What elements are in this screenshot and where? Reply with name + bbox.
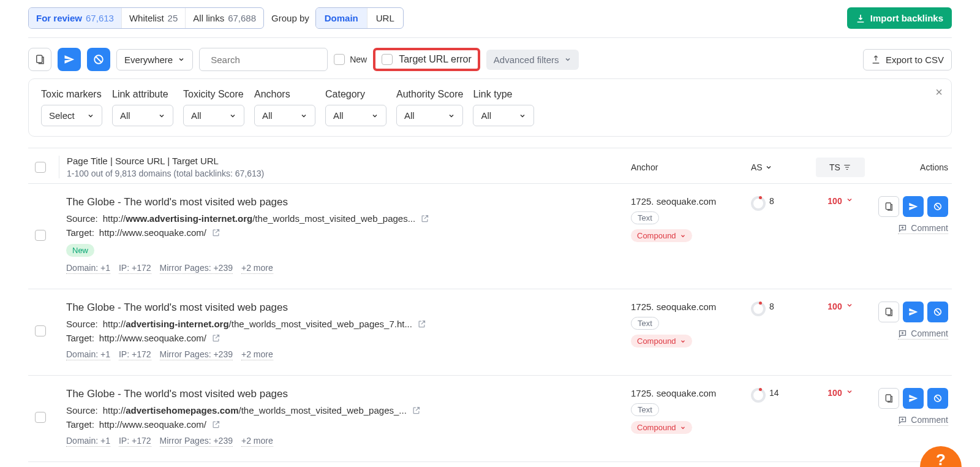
copy-icon-button[interactable] xyxy=(28,48,51,71)
row-checkbox[interactable] xyxy=(35,412,46,423)
table-row: The Globe - The world's most visited web… xyxy=(28,183,952,289)
anchor-compound-pill[interactable]: Compound xyxy=(631,335,692,347)
send-row-button[interactable] xyxy=(903,388,924,409)
send-icon-button[interactable] xyxy=(58,48,81,71)
copy-row-button[interactable] xyxy=(878,302,899,322)
send-row-button[interactable] xyxy=(903,302,924,322)
meta-item[interactable]: +2 more xyxy=(241,263,273,274)
anchor-text: 1725. seoquake.com xyxy=(631,196,741,207)
filter-select-toxicity_score[interactable]: All xyxy=(183,105,244,126)
meta-item[interactable]: IP: +172 xyxy=(119,349,151,360)
svg-rect-3 xyxy=(886,203,891,210)
filter-select-toxic_markers[interactable]: Select xyxy=(41,105,102,126)
export-csv-button[interactable]: Export to CSV xyxy=(863,49,952,70)
scope-select[interactable]: Everywhere xyxy=(116,49,193,70)
groupby-domain[interactable]: Domain xyxy=(316,8,368,28)
target-link[interactable]: http://www.seoquake.com/ xyxy=(99,419,206,430)
import-backlinks-button[interactable]: Import backlinks xyxy=(847,7,952,29)
meta-item[interactable]: +2 more xyxy=(241,436,273,447)
filter-select-link_attribute[interactable]: All xyxy=(112,105,173,126)
meta-item[interactable]: Domain: +1 xyxy=(66,349,110,360)
external-link-icon[interactable] xyxy=(211,228,221,237)
external-link-icon[interactable] xyxy=(412,406,421,415)
chevron-down-icon xyxy=(846,302,853,309)
source-link[interactable]: http://advertising-internet.org/the_worl… xyxy=(103,319,412,329)
target-link[interactable]: http://www.seoquake.com/ xyxy=(99,227,206,238)
filter-label-category: Category xyxy=(325,89,386,100)
row-title: The Globe - The world's most visited web… xyxy=(66,302,621,314)
row-checkbox[interactable] xyxy=(35,230,46,241)
block-icon-button[interactable] xyxy=(87,48,110,71)
comment-button[interactable]: Comment xyxy=(898,415,948,426)
col-as[interactable]: AS xyxy=(751,162,806,172)
tab-all-links[interactable]: All links 67,688 xyxy=(186,8,263,28)
meta-item[interactable]: Domain: +1 xyxy=(66,263,110,274)
external-link-icon[interactable] xyxy=(420,214,429,223)
source-link[interactable]: http://www.advertising-internet.org/the_… xyxy=(103,213,416,224)
comment-button[interactable]: Comment xyxy=(898,328,948,340)
search-box[interactable] xyxy=(199,48,328,71)
block-row-button[interactable] xyxy=(927,196,948,217)
group-by-control: Group by Domain URL xyxy=(271,7,404,29)
filter-select-anchors[interactable]: All xyxy=(254,105,315,126)
adv-filter-label: Advanced filters xyxy=(494,55,559,65)
ts-value[interactable]: 100 xyxy=(816,388,865,447)
row-checkbox[interactable] xyxy=(35,325,46,336)
meta-item[interactable]: IP: +172 xyxy=(119,436,151,447)
filter-label-authority_score: Authority Score xyxy=(396,89,463,100)
comment-icon xyxy=(898,416,907,425)
table-row: The Globe - The world's most visited web… xyxy=(28,375,952,461)
external-link-icon[interactable] xyxy=(211,420,221,429)
meta-item[interactable]: Mirror Pages: +239 xyxy=(160,349,233,360)
filter-select-authority_score[interactable]: All xyxy=(396,105,463,126)
tab-for-review[interactable]: For review 67,613 xyxy=(29,8,122,28)
close-icon[interactable]: × xyxy=(935,85,943,99)
send-icon xyxy=(64,54,75,65)
svg-rect-0 xyxy=(37,55,42,63)
source-link[interactable]: http://advertisehomepages.com/the_worlds… xyxy=(103,405,407,416)
send-row-button[interactable] xyxy=(903,196,924,217)
external-link-icon[interactable] xyxy=(417,319,426,328)
anchor-compound-pill[interactable]: Compound xyxy=(631,421,692,434)
anchor-compound-pill[interactable]: Compound xyxy=(631,229,692,242)
ts-value[interactable]: 100 xyxy=(816,196,865,274)
meta-item[interactable]: Domain: +1 xyxy=(66,436,110,447)
filter-value: Select xyxy=(49,110,75,121)
checkbox-icon[interactable] xyxy=(382,54,393,65)
block-row-button[interactable] xyxy=(927,302,948,322)
filter-label-anchors: Anchors xyxy=(254,89,315,100)
ts-value[interactable]: 100 xyxy=(816,302,865,360)
external-link-icon[interactable] xyxy=(211,333,221,343)
as-ring-icon xyxy=(751,302,766,316)
as-value: 8 xyxy=(751,196,806,274)
tab-count: 67,613 xyxy=(86,13,114,23)
col-main-title: Page Title | Source URL | Target URL xyxy=(67,156,621,166)
copy-row-button[interactable] xyxy=(878,388,899,409)
meta-line: Domain: +1IP: +172Mirror Pages: +239+2 m… xyxy=(66,349,621,360)
tab-whitelist[interactable]: Whitelist 25 xyxy=(122,8,186,28)
target-link[interactable]: http://www.seoquake.com/ xyxy=(99,333,206,343)
target-url-error-highlight: Target URL error xyxy=(373,48,480,71)
new-filter[interactable]: New xyxy=(334,54,367,65)
meta-item[interactable]: +2 more xyxy=(241,349,273,360)
advanced-filters-button[interactable]: Advanced filters xyxy=(486,50,579,70)
search-input[interactable] xyxy=(211,55,327,65)
copy-row-button[interactable] xyxy=(878,196,899,217)
meta-item[interactable]: Mirror Pages: +239 xyxy=(160,436,233,447)
filter-value: All xyxy=(120,110,130,121)
select-all-checkbox[interactable] xyxy=(35,162,46,173)
block-row-button[interactable] xyxy=(927,388,948,409)
meta-item[interactable]: Mirror Pages: +239 xyxy=(160,263,233,274)
tab-label: All links xyxy=(193,13,224,23)
chevron-down-icon xyxy=(87,112,94,120)
checkbox-icon[interactable] xyxy=(334,54,345,65)
filter-select-link_type[interactable]: All xyxy=(473,105,534,126)
groupby-url[interactable]: URL xyxy=(368,8,403,28)
col-ts[interactable]: TS xyxy=(816,158,865,177)
comment-button[interactable]: Comment xyxy=(898,223,948,234)
row-title: The Globe - The world's most visited web… xyxy=(66,196,621,208)
filter-select-category[interactable]: All xyxy=(325,105,386,126)
meta-item[interactable]: IP: +172 xyxy=(119,263,151,274)
sort-icon xyxy=(843,163,851,172)
as-ring-icon xyxy=(751,196,766,211)
